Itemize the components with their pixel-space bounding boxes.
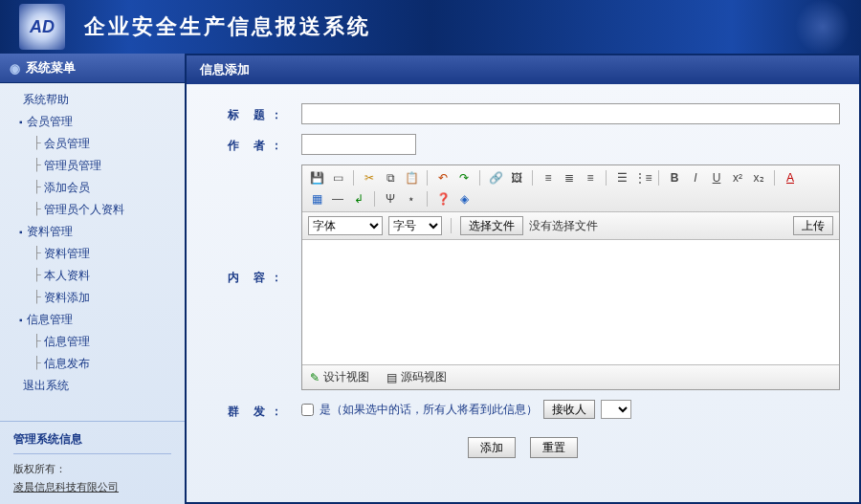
nav-info-group[interactable]: 信息管理 [15, 309, 181, 331]
align-center-icon[interactable]: ≣ [561, 169, 578, 186]
nav-info-manage[interactable]: 信息管理 [15, 331, 181, 353]
nav-admin-manage[interactable]: 管理员管理 [15, 155, 181, 177]
table-icon[interactable]: ▦ [308, 190, 325, 208]
special-icon[interactable]: ⋆ [403, 190, 420, 208]
font-size-select[interactable]: 字号 [388, 216, 442, 235]
nav-admin-profile[interactable]: 管理员个人资料 [15, 199, 181, 221]
new-icon[interactable]: ▭ [329, 169, 346, 186]
nav-my-material[interactable]: 本人资料 [15, 265, 181, 287]
arrow-icon[interactable]: ↲ [350, 190, 367, 208]
paste-icon[interactable]: 📋 [403, 169, 420, 186]
underline-icon[interactable]: U [708, 169, 725, 186]
nav-material-manage[interactable]: 资料管理 [15, 243, 181, 265]
nav-member-group[interactable]: 会员管理 [15, 111, 181, 133]
recipient-button[interactable]: 接收人 [543, 400, 595, 419]
panel: 信息添加 标 题： 作 者： 内 容： 💾 [187, 55, 859, 502]
app-header: AD 企业安全生产信息报送系统 [0, 0, 861, 54]
undo-icon[interactable]: ↶ [434, 169, 452, 186]
label-title: 标 题： [206, 103, 301, 123]
input-title[interactable] [301, 103, 840, 124]
tab-source-view[interactable]: ▤源码视图 [386, 369, 447, 385]
sidebar: 系统菜单 系统帮助 会员管理 会员管理 管理员管理 添加会员 管理员个人资料 资… [0, 54, 187, 504]
content-area: 信息添加 标 题： 作 者： 内 容： 💾 [187, 54, 861, 504]
nav-system-help[interactable]: 系统帮助 [4, 89, 181, 111]
bold-icon[interactable]: B [666, 169, 683, 186]
file-status-text: 没有选择文件 [529, 218, 598, 234]
nav-add-member[interactable]: 添加会员 [15, 177, 181, 199]
subscript-icon[interactable]: x₂ [750, 169, 767, 186]
list-ul-icon[interactable]: ⋮≡ [634, 169, 651, 186]
copy-icon[interactable]: ⧉ [382, 169, 399, 186]
editor-font-row: 字体 字号 选择文件 没有选择文件 上传 [302, 212, 839, 240]
input-author[interactable] [301, 134, 416, 155]
label-mass-send: 群 发： [206, 400, 301, 420]
panel-body: 标 题： 作 者： 内 容： 💾 ▭ [187, 84, 859, 502]
recipient-select[interactable] [601, 400, 631, 419]
nav-material-add[interactable]: 资料添加 [15, 287, 181, 309]
font-family-select[interactable]: 字体 [308, 216, 383, 235]
editor-view-tabs: ✎设计视图 ▤源码视图 [302, 364, 839, 389]
symbol-icon[interactable]: Ψ [382, 190, 399, 208]
nav-info-publish[interactable]: 信息发布 [15, 353, 181, 375]
mass-send-checkbox[interactable] [301, 404, 314, 416]
nav-member-manage[interactable]: 会员管理 [15, 133, 181, 155]
editor-canvas[interactable] [302, 240, 839, 364]
submit-button[interactable]: 添加 [468, 437, 516, 458]
app-title: 企业安全生产信息报送系统 [84, 12, 371, 41]
italic-icon[interactable]: I [687, 169, 704, 186]
page-icon: ▤ [386, 371, 397, 384]
label-content: 内 容： [206, 164, 301, 286]
submit-row: 添加 重置 [206, 429, 840, 458]
sidebar-info: 管理系统信息 版权所有： 凌晨信息科技有限公司 [0, 421, 185, 504]
list-ol-icon[interactable]: ☰ [613, 169, 630, 186]
label-author: 作 者： [206, 134, 301, 154]
image-icon[interactable]: 🖼 [508, 169, 525, 186]
more-icon[interactable]: ◈ [455, 190, 473, 208]
panel-title: 信息添加 [187, 55, 859, 84]
nav-logout[interactable]: 退出系统 [4, 375, 181, 397]
tab-design-view[interactable]: ✎设计视图 [310, 369, 369, 385]
font-color-icon[interactable]: A [782, 169, 799, 186]
rich-editor: 💾 ▭ ✂ ⧉ 📋 ↶ ↷ 🔗 🖼 [301, 164, 840, 390]
company-link[interactable]: 凌晨信息科技有限公司 [13, 480, 171, 494]
help-icon[interactable]: ❓ [434, 190, 452, 208]
pencil-icon: ✎ [310, 371, 320, 384]
link-icon[interactable]: 🔗 [487, 169, 504, 186]
superscript-icon[interactable]: x² [729, 169, 746, 186]
align-left-icon[interactable]: ≡ [540, 169, 557, 186]
redo-icon[interactable]: ↷ [455, 169, 473, 186]
editor-toolbar: 💾 ▭ ✂ ⧉ 📋 ↶ ↷ 🔗 🖼 [302, 165, 839, 212]
mass-send-hint: 是（如果选中的话，所有人将看到此信息） [320, 402, 538, 418]
copyright-label: 版权所有： [13, 462, 171, 476]
reset-button[interactable]: 重置 [530, 437, 578, 458]
cut-icon[interactable]: ✂ [361, 169, 378, 186]
save-icon[interactable]: 💾 [308, 169, 325, 186]
header-ornament [794, 0, 851, 54]
sidebar-title: 系统菜单 [0, 54, 185, 83]
align-right-icon[interactable]: ≡ [582, 169, 599, 186]
hr-icon[interactable]: — [329, 190, 346, 208]
upload-button[interactable]: 上传 [793, 216, 833, 235]
nav-material-group[interactable]: 资料管理 [15, 221, 181, 243]
nav-tree: 系统帮助 会员管理 会员管理 管理员管理 添加会员 管理员个人资料 资料管理 资… [0, 83, 185, 421]
choose-file-button[interactable]: 选择文件 [460, 216, 523, 235]
sidebar-info-title: 管理系统信息 [13, 431, 171, 454]
app-logo: AD [19, 4, 65, 50]
